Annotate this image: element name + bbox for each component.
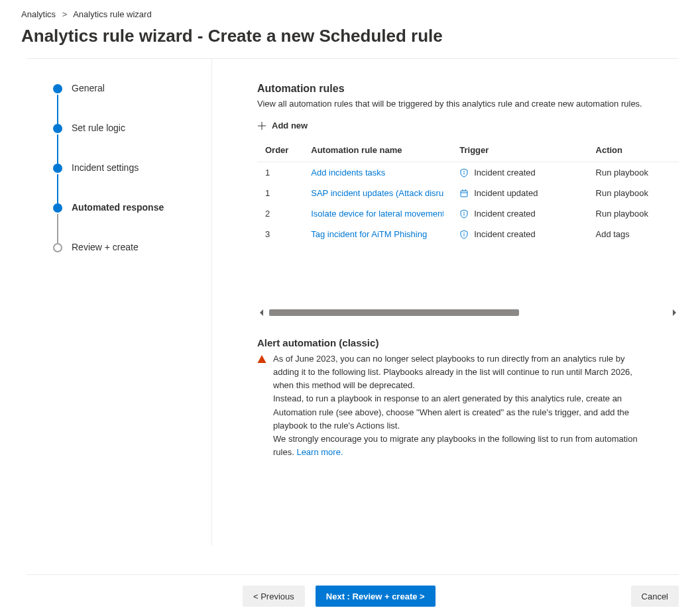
table-row[interactable]: 1SAP incident updates (Attack disruptioI… bbox=[257, 183, 679, 203]
wizard-nav: General Set rule logic Incident settings… bbox=[27, 59, 212, 545]
cell-trigger: Incident created bbox=[451, 203, 587, 224]
svg-rect-4 bbox=[464, 213, 465, 215]
nav-step-general[interactable]: General bbox=[53, 83, 198, 123]
svg-rect-2 bbox=[461, 191, 467, 197]
table-row[interactable]: 2Isolate device for lateral movement taI… bbox=[257, 203, 679, 224]
automation-rules-table: Order Automation rule name Trigger Actio… bbox=[257, 138, 679, 244]
nav-step-incident-settings[interactable]: Incident settings bbox=[53, 162, 198, 202]
cell-rule-name[interactable]: Tag incident for AiTM Phishing bbox=[303, 224, 451, 244]
svg-rect-6 bbox=[464, 234, 465, 236]
step-connector bbox=[57, 214, 58, 243]
nav-label: Review + create bbox=[72, 242, 139, 252]
step-dot-icon bbox=[53, 203, 62, 213]
warning-text-1: As of June 2023, you can no longer selec… bbox=[273, 352, 652, 392]
svg-rect-1 bbox=[464, 172, 465, 174]
table-horizontal-scrollbar[interactable] bbox=[257, 308, 679, 317]
cell-order: 1 bbox=[257, 162, 303, 183]
previous-button[interactable]: < Previous bbox=[243, 586, 305, 607]
col-order[interactable]: Order bbox=[257, 138, 303, 162]
nav-step-set-rule-logic[interactable]: Set rule logic bbox=[53, 123, 198, 162]
shield-info-icon bbox=[459, 209, 469, 219]
nav-label: Set rule logic bbox=[72, 123, 125, 133]
warning-text-3: We strongly encourage you to migrate any… bbox=[273, 433, 652, 459]
step-dot-icon bbox=[53, 124, 62, 133]
page-title: Analytics rule wizard - Create a new Sch… bbox=[0, 26, 700, 58]
chevron-right-icon: > bbox=[62, 9, 68, 19]
svg-point-5 bbox=[463, 232, 465, 234]
step-dot-icon bbox=[53, 84, 62, 93]
breadcrumb-root[interactable]: Analytics bbox=[21, 9, 56, 19]
cancel-button[interactable]: Cancel bbox=[631, 586, 679, 607]
automation-rules-title: Automation rules bbox=[257, 83, 679, 95]
scroll-left-icon[interactable] bbox=[257, 309, 266, 316]
shield-info-icon bbox=[459, 168, 469, 178]
step-connector bbox=[57, 174, 58, 203]
step-dot-icon bbox=[53, 164, 62, 173]
step-dot-icon bbox=[53, 243, 62, 252]
step-connector bbox=[57, 134, 58, 164]
plus-icon bbox=[257, 121, 266, 130]
table-row[interactable]: 1Add incidents tasksIncident createdRun … bbox=[257, 162, 679, 183]
cell-action: Run playbook bbox=[588, 203, 679, 224]
col-trigger[interactable]: Trigger bbox=[451, 138, 587, 162]
calendar-update-icon bbox=[459, 189, 469, 198]
scroll-thumb[interactable] bbox=[269, 309, 519, 316]
nav-step-automated-response[interactable]: Automated response bbox=[53, 202, 198, 242]
cell-order: 2 bbox=[257, 203, 303, 224]
wizard-footer: < Previous Next : Review + create > Canc… bbox=[27, 574, 679, 607]
learn-more-link[interactable]: Learn more. bbox=[296, 447, 343, 457]
step-connector bbox=[57, 95, 58, 124]
nav-label: Incident settings bbox=[72, 162, 139, 173]
cell-action: Run playbook bbox=[588, 162, 679, 183]
cell-order: 3 bbox=[257, 224, 303, 244]
breadcrumb: Analytics > Analytics rule wizard bbox=[0, 0, 700, 26]
next-button[interactable]: Next : Review + create > bbox=[316, 586, 436, 607]
nav-label: Automated response bbox=[72, 202, 164, 213]
col-action[interactable]: Action bbox=[588, 138, 679, 162]
add-new-label: Add new bbox=[272, 121, 308, 130]
cell-order: 1 bbox=[257, 183, 303, 203]
table-row[interactable]: 3Tag incident for AiTM PhishingIncident … bbox=[257, 224, 679, 244]
alert-automation-classic-title: Alert automation (classic) bbox=[257, 337, 679, 348]
shield-info-icon bbox=[459, 230, 469, 239]
cell-action: Add tags bbox=[588, 224, 679, 244]
cell-trigger: Incident created bbox=[451, 224, 587, 244]
col-rule-name[interactable]: Automation rule name bbox=[303, 138, 451, 162]
breadcrumb-current: Analytics rule wizard bbox=[73, 9, 152, 19]
cell-rule-name[interactable]: SAP incident updates (Attack disruptio bbox=[303, 183, 451, 203]
nav-step-review-create[interactable]: Review + create bbox=[53, 242, 198, 252]
cell-trigger: Incident updated bbox=[451, 183, 587, 203]
warning-text-2: Instead, to run a playbook in response t… bbox=[273, 392, 652, 432]
scroll-track[interactable] bbox=[266, 309, 670, 316]
scroll-right-icon[interactable] bbox=[670, 309, 679, 316]
automation-rules-desc: View all automation rules that will be t… bbox=[257, 99, 679, 109]
nav-label: General bbox=[72, 83, 105, 93]
svg-point-3 bbox=[463, 212, 465, 213]
alert-automation-warning: As of June 2023, you can no longer selec… bbox=[257, 352, 679, 459]
warning-icon bbox=[257, 354, 266, 364]
cell-rule-name[interactable]: Add incidents tasks bbox=[303, 162, 451, 183]
cell-trigger: Incident created bbox=[451, 162, 587, 183]
cell-action: Run playbook bbox=[588, 183, 679, 203]
svg-point-0 bbox=[463, 171, 465, 172]
cell-rule-name[interactable]: Isolate device for lateral movement ta bbox=[303, 203, 451, 224]
add-new-button[interactable]: Add new bbox=[257, 121, 679, 130]
